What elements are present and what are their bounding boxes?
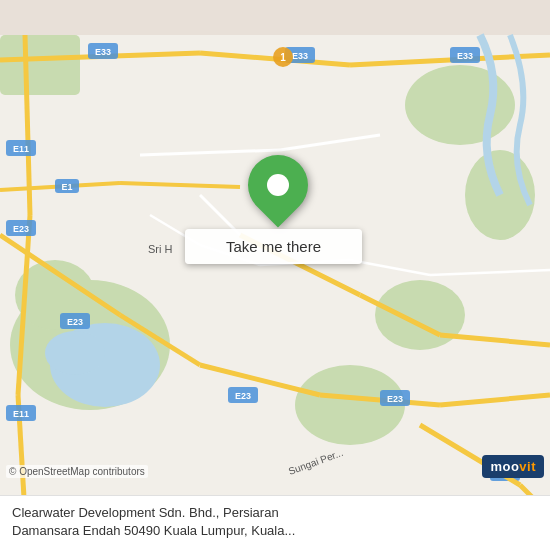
pin-inner-circle: [267, 174, 289, 196]
address-line1: Clearwater Development Sdn. Bhd., Persia…: [12, 505, 279, 520]
map-attribution: © OpenStreetMap contributors: [6, 465, 148, 478]
svg-rect-5: [0, 35, 80, 95]
svg-text:E1: E1: [61, 182, 72, 192]
svg-text:E23: E23: [235, 391, 251, 401]
svg-point-3: [405, 65, 515, 145]
svg-point-6: [375, 280, 465, 350]
moovit-logo: moovit: [482, 455, 544, 478]
svg-text:E23: E23: [67, 317, 83, 327]
svg-text:E23: E23: [13, 224, 29, 234]
svg-text:E33: E33: [95, 47, 111, 57]
svg-point-9: [45, 331, 105, 375]
svg-text:E11: E11: [13, 144, 29, 154]
location-pin: [248, 155, 308, 215]
svg-text:E11: E11: [13, 409, 29, 419]
svg-text:1: 1: [280, 52, 286, 63]
map-container: E33 E33 E33 E11 E23 E11 E23 E23 E23 Sri …: [0, 0, 550, 550]
pin-background: [236, 143, 321, 228]
address-info-bar: Clearwater Development Sdn. Bhd., Persia…: [0, 495, 550, 550]
svg-text:Sri H: Sri H: [148, 243, 173, 255]
address-line2: Damansara Endah 50490 Kuala Lumpur, Kual…: [12, 523, 295, 538]
address-text: Clearwater Development Sdn. Bhd., Persia…: [12, 504, 538, 540]
svg-text:E23: E23: [387, 394, 403, 404]
svg-text:E33: E33: [292, 51, 308, 61]
svg-text:E33: E33: [457, 51, 473, 61]
take-me-there-button[interactable]: Take me there: [185, 229, 362, 264]
